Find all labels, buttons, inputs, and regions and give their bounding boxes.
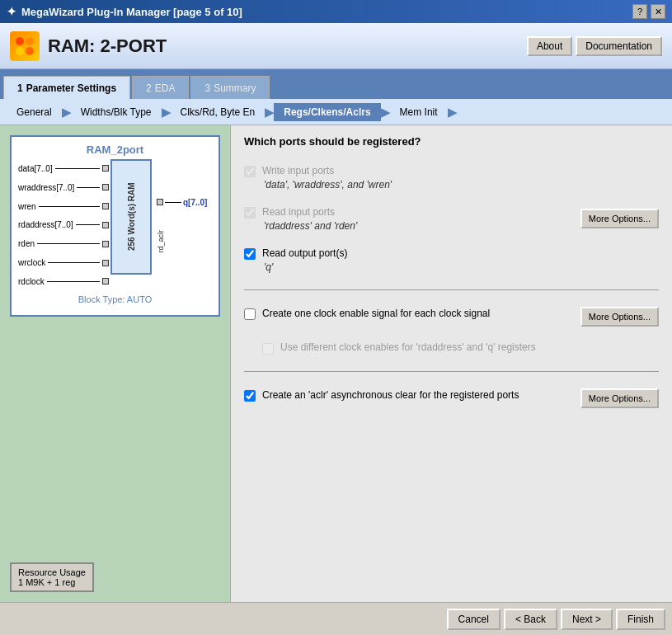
tab-1-number: 1 [17, 82, 23, 94]
port-rden: rden [18, 239, 109, 248]
nav-clks[interactable]: Clks/Rd, Byte En [171, 103, 266, 121]
svg-point-2 [16, 47, 24, 55]
read-input-left: Read input ports 'rdaddress' and 'rden' [244, 205, 574, 232]
tab-parameter-settings[interactable]: 1 Parameter Settings [3, 76, 130, 99]
title-bar-left: ✦ MegaWizard Plug-In Manager [page 5 of … [7, 5, 242, 18]
tab-1-label: Parameter Settings [26, 82, 116, 94]
nav-arrow-5: ▶ [448, 106, 457, 119]
divider-2 [244, 371, 659, 372]
app-logo [10, 31, 40, 61]
aclr-left: Create an 'aclr' asynchronous clear for … [244, 388, 574, 402]
nav-regs[interactable]: Regs/Clkens/Aclrs [274, 103, 380, 121]
svg-point-0 [16, 37, 24, 45]
read-output-label: Read output port(s) [262, 247, 347, 259]
clock-enable-option: Create one clock enable signal for each … [244, 307, 659, 327]
header: RAM: 2-PORT About Documentation [0, 23, 672, 69]
tab-3-label: Summary [214, 82, 256, 94]
page-title: RAM: 2-PORT [48, 35, 167, 57]
tab-2-number: 2 [146, 82, 152, 94]
write-input-left: Write input ports 'data', 'wraddress', a… [244, 164, 659, 190]
bottom-bar: Cancel < Back Next > Finish [0, 602, 672, 635]
cancel-button[interactable]: Cancel [447, 609, 500, 630]
port-data: data[7..0] [18, 164, 109, 173]
clock-enable-left: Create one clock enable signal for each … [244, 307, 574, 320]
svg-point-3 [26, 47, 34, 55]
port-rdaddress: rdaddress[7..0] [18, 220, 109, 229]
nav-arrow-4: ▶ [381, 106, 390, 119]
nav-arrow-2: ▶ [162, 106, 171, 119]
resource-label: Resource Usage [18, 567, 86, 577]
port-rdclock: rdclock [18, 277, 109, 286]
tab-eda[interactable]: 2 EDA [132, 76, 189, 99]
documentation-button[interactable]: Documentation [576, 36, 662, 56]
aclr-label: Create an 'aclr' asynchronous clear for … [262, 389, 519, 401]
section-question: Which ports should be registered? [244, 135, 659, 148]
read-input-more-button[interactable]: More Options... [580, 209, 659, 228]
read-output-option: Read output port(s) 'q' [244, 247, 659, 273]
read-output-left: Read output port(s) 'q' [244, 247, 659, 273]
write-input-checkbox[interactable] [244, 166, 256, 177]
ram-block: 256 Word(s) RAM [110, 159, 152, 275]
tab-bar: 1 Parameter Settings 2 EDA 3 Summary [0, 69, 672, 99]
nav-mem[interactable]: Mem Init [390, 103, 448, 121]
nav-arrow-3: ▶ [265, 106, 274, 119]
read-input-sub: 'rdaddress' and 'rden' [264, 220, 574, 232]
divider-1 [244, 289, 659, 290]
aclr-option: Create an 'aclr' asynchronous clear for … [244, 388, 659, 408]
nav-general[interactable]: General [7, 103, 62, 121]
read-input-checkbox[interactable] [244, 207, 256, 219]
nav-bar: General ▶ Widths/Blk Type ▶ Clks/Rd, Byt… [0, 99, 672, 125]
right-panel: Which ports should be registered? Write … [231, 125, 672, 602]
resource-value: 1 M9K + 1 reg [18, 577, 86, 587]
read-output-checkbox[interactable] [244, 248, 256, 260]
ram-diagram-title: RAM_2port [18, 143, 212, 156]
finish-button[interactable]: Finish [616, 609, 665, 630]
title-bar: ✦ MegaWizard Plug-In Manager [page 5 of … [0, 0, 672, 23]
port-wrclock: wrclock [18, 258, 109, 267]
about-button[interactable]: About [527, 36, 572, 56]
clock-enable-label: Create one clock enable signal for each … [262, 308, 490, 319]
close-button[interactable]: ✕ [651, 4, 665, 19]
title-bar-controls: ? ✕ [632, 4, 665, 19]
diff-clock-option: Use different clock enables for 'rdaddre… [262, 341, 659, 355]
tab-2-label: EDA [155, 82, 176, 94]
diff-clock-label: Use different clock enables for 'rdaddre… [280, 341, 536, 353]
resource-box: Resource Usage 1 M9K + 1 reg [10, 562, 94, 592]
port-wren: wren [18, 202, 109, 211]
header-buttons: About Documentation [527, 36, 662, 56]
write-input-label: Write input ports [262, 165, 334, 176]
header-title-area: RAM: 2-PORT [10, 31, 167, 61]
nav-widths[interactable]: Widths/Blk Type [71, 103, 162, 121]
ram-diagram: RAM_2port data[7..0] wraddress[7..0] [10, 135, 220, 317]
write-input-option: Write input ports 'data', 'wraddress', a… [244, 164, 659, 190]
diff-clock-checkbox[interactable] [262, 343, 274, 355]
resource-usage-area: Resource Usage 1 M9K + 1 reg [7, 559, 223, 595]
aclr-more-button[interactable]: More Options... [580, 388, 659, 408]
next-button[interactable]: Next > [561, 609, 613, 630]
app-icon-small: ✦ [7, 5, 16, 18]
window-title: MegaWizard Plug-In Manager [page 5 of 10… [21, 6, 242, 18]
rd-aclr-label: rd_aclr [157, 230, 207, 253]
main-content: RAM_2port data[7..0] wraddress[7..0] [0, 125, 672, 602]
block-type-label: Block Type: AUTO [18, 294, 212, 304]
svg-point-1 [26, 37, 34, 45]
clock-enable-more-button[interactable]: More Options... [580, 307, 659, 327]
aclr-checkbox[interactable] [244, 390, 256, 402]
back-button[interactable]: < Back [504, 609, 557, 630]
read-output-sub: 'q' [264, 261, 659, 273]
port-q: q[7..0] [157, 198, 207, 207]
left-panel: RAM_2port data[7..0] wraddress[7..0] [0, 125, 231, 602]
clock-enable-checkbox[interactable] [244, 308, 256, 320]
tab-summary[interactable]: 3 Summary [190, 76, 270, 99]
help-button[interactable]: ? [632, 4, 647, 19]
nav-arrow-1: ▶ [62, 106, 71, 119]
read-input-option: Read input ports 'rdaddress' and 'rden' … [244, 205, 659, 232]
tab-3-number: 3 [204, 82, 210, 94]
read-input-label: Read input ports [262, 206, 335, 218]
write-input-sub: 'data', 'wraddress', and 'wren' [264, 179, 659, 190]
port-wraddress: wraddress[7..0] [18, 183, 109, 192]
